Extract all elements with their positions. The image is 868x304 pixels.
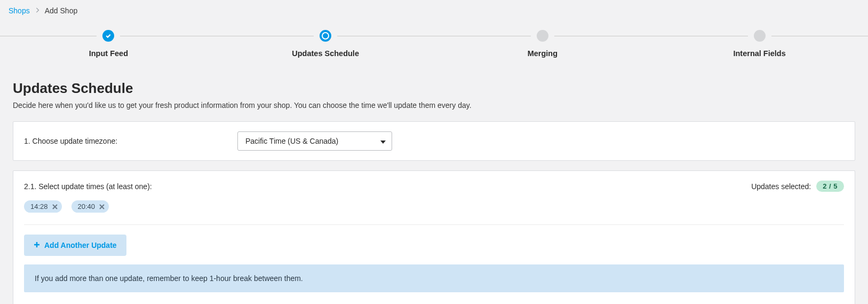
time-chip-label: 14:28: [30, 202, 48, 211]
update-times-card: 2.1. Select update times (at least one):…: [13, 170, 855, 304]
todo-step-icon: [537, 30, 548, 42]
timezone-select-value[interactable]: Pacific Time (US & Canada): [237, 131, 392, 151]
breadcrumb-shops-link[interactable]: Shops: [9, 6, 30, 15]
timezone-card: 1. Choose update timezone: Pacific Time …: [13, 121, 855, 161]
close-icon[interactable]: [99, 204, 105, 209]
step-label: Merging: [528, 49, 558, 58]
plus-icon: [34, 241, 40, 250]
breadcrumb: Shops Add Shop: [0, 0, 868, 20]
info-note: If you add more than one update, remembe…: [24, 264, 844, 292]
step-merging[interactable]: Merging: [434, 30, 651, 58]
timezone-select[interactable]: Pacific Time (US & Canada): [237, 131, 392, 151]
update-times-label: 2.1. Select update times (at least one):: [24, 182, 152, 191]
time-chip[interactable]: 20:40: [71, 200, 109, 213]
add-another-update-label: Add Another Update: [44, 241, 117, 250]
breadcrumb-current: Add Shop: [45, 6, 78, 15]
page-subtitle: Decide here when you'd like us to get yo…: [13, 101, 855, 110]
todo-step-icon: [754, 30, 766, 42]
page-title: Updates Schedule: [13, 80, 855, 97]
add-another-update-button[interactable]: Add Another Update: [24, 235, 126, 256]
step-input-feed[interactable]: Input Feed: [0, 30, 217, 58]
time-chip-label: 20:40: [78, 202, 95, 211]
close-icon[interactable]: [52, 204, 58, 209]
step-updates-schedule[interactable]: Updates Schedule: [217, 30, 434, 58]
step-internal-fields[interactable]: Internal Fields: [651, 30, 868, 58]
time-chip[interactable]: 14:28: [24, 200, 62, 213]
time-chips: 14:28 20:40: [24, 200, 844, 225]
step-label: Internal Fields: [733, 49, 785, 58]
check-circle-icon: [102, 30, 114, 42]
updates-selected-caption: Updates selected:: [751, 182, 811, 191]
timezone-label: 1. Choose update timezone:: [24, 137, 216, 145]
step-label: Input Feed: [89, 49, 128, 58]
chevron-right-icon: [35, 7, 39, 14]
step-label: Updates Schedule: [292, 49, 359, 58]
updates-selected-badge: 2 / 5: [816, 181, 844, 192]
wizard-stepper: Input Feed Updates Schedule Merging Inte…: [0, 20, 868, 64]
updates-selected: Updates selected: 2 / 5: [751, 181, 844, 192]
active-step-icon: [320, 30, 331, 42]
